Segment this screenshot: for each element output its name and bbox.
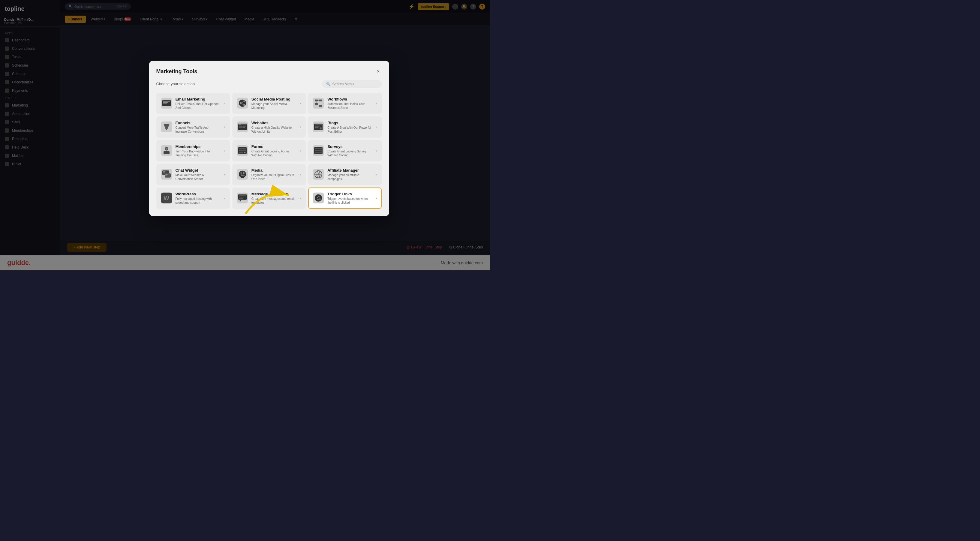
social-media-icon — [237, 98, 248, 109]
tool-message-templates[interactable]: Message Templates Create text messages a… — [232, 187, 306, 208]
funnels-chevron: › — [224, 124, 225, 129]
svg-rect-51 — [163, 172, 165, 173]
blogs-text: Blogs Create A Blog With Our Powerful Po… — [328, 120, 372, 133]
social-media-desc: Manage your Social Media Marketing — [251, 102, 296, 110]
modal-search-input[interactable]: 🔍 Search Menu — [322, 80, 382, 88]
tool-websites[interactable]: Websites Create a High Quality Website W… — [232, 116, 306, 137]
tool-memberships[interactable]: Memberships Turn Your Knowledge Into Tra… — [156, 140, 230, 161]
media-icon — [237, 169, 248, 180]
affiliate-manager-text: Affiliate Manager Manage your all affili… — [328, 168, 372, 181]
chat-widget-desc: Make Your Website A Conversation Starter — [175, 173, 220, 181]
workflows-icon — [313, 98, 324, 109]
funnels-desc: Convert More Traffic And Increase Conver… — [175, 126, 220, 133]
chat-widget-name: Chat Widget — [175, 168, 220, 172]
surveys-name: Surveys — [328, 144, 372, 148]
memberships-icon — [161, 145, 172, 156]
tool-social-media-posting[interactable]: Social Media Posting Manage your Social … — [232, 92, 306, 114]
svg-point-48 — [320, 151, 322, 153]
svg-rect-1 — [163, 101, 170, 102]
svg-rect-3 — [163, 103, 167, 104]
modal-title: Marketing Tools — [156, 68, 197, 75]
tool-affiliate-manager[interactable]: www Affiliate Manager Manage your all af… — [308, 164, 382, 185]
svg-point-57 — [240, 172, 242, 174]
svg-rect-43 — [315, 148, 321, 149]
affiliate-manager-icon: www — [313, 169, 324, 180]
svg-rect-39 — [239, 150, 246, 151]
email-marketing-name: Email Marketing — [175, 97, 220, 101]
trigger-links-chevron: › — [375, 196, 377, 200]
tool-workflows[interactable]: Workflows Automation That Helps Your Bus… — [308, 92, 382, 114]
tool-email-marketing[interactable]: Email Marketing Deliver Emails That Get … — [156, 92, 230, 114]
svg-rect-29 — [315, 126, 320, 127]
websites-text: Websites Create a High Quality Website W… — [251, 120, 296, 133]
choose-selection-label: Choose your selection — [156, 82, 195, 86]
tool-blogs[interactable]: Blogs Create A Blog With Our Powerful Po… — [308, 116, 382, 137]
svg-rect-54 — [165, 174, 168, 175]
funnels-name: Funnels — [175, 120, 220, 125]
svg-rect-69 — [239, 197, 244, 197]
funnels-text: Funnels Convert More Traffic And Increas… — [175, 120, 220, 133]
tool-funnels[interactable]: Funnels Convert More Traffic And Increas… — [156, 116, 230, 137]
svg-rect-40 — [239, 152, 243, 153]
workflows-text: Workflows Automation That Helps Your Bus… — [328, 97, 372, 110]
wordpress-name: WordPress — [175, 191, 220, 196]
svg-rect-50 — [163, 171, 165, 172]
trigger-links-text: Trigger Links Trigger events based on wh… — [328, 191, 372, 204]
tool-chat-widget[interactable]: Chat Widget Make Your Website A Conversa… — [156, 164, 230, 185]
chat-widget-text: Chat Widget Make Your Website A Conversa… — [175, 168, 220, 181]
marketing-tools-modal: Marketing Tools × Choose your selection … — [149, 60, 389, 216]
memberships-desc: Turn Your Knowledge Into Training Course… — [175, 149, 220, 157]
svg-text:www: www — [315, 173, 321, 176]
forms-chevron: › — [299, 148, 301, 153]
websites-name: Websites — [251, 120, 296, 125]
affiliate-manager-desc: Manage your all affiliate compaigns — [328, 173, 372, 181]
svg-rect-30 — [315, 127, 318, 128]
media-chevron: › — [299, 172, 301, 177]
svg-rect-68 — [239, 195, 246, 196]
modal-close-button[interactable]: × — [375, 68, 382, 75]
blogs-name: Blogs — [328, 120, 372, 125]
surveys-icon — [313, 145, 324, 156]
surveys-chevron: › — [375, 148, 377, 153]
svg-point-36 — [165, 148, 167, 150]
svg-rect-53 — [165, 173, 171, 178]
affiliate-manager-chevron: › — [375, 172, 377, 177]
blogs-desc: Create A Blog With Our Powerful Post Edi… — [328, 126, 372, 133]
wordpress-desc: Fully managed hosting with speed and sup… — [175, 197, 220, 204]
forms-text: Forms Create Great Looking Forms With No… — [251, 144, 296, 157]
search-icon: 🔍 — [326, 82, 331, 86]
social-media-name: Social Media Posting — [251, 97, 296, 101]
message-templates-icon — [237, 193, 248, 204]
media-name: Media — [251, 168, 296, 172]
tool-wordpress[interactable]: W WordPress Fully managed hosting with s… — [156, 187, 230, 208]
websites-desc: Create a High Quality Website Without Li… — [251, 126, 296, 133]
workflows-desc: Automation That Helps Your Business Scal… — [328, 102, 372, 110]
tool-surveys[interactable]: Surveys Create Great Looking Survey With… — [308, 140, 382, 161]
tools-grid: Email Marketing Deliver Emails That Get … — [156, 92, 382, 208]
svg-marker-71 — [239, 200, 241, 202]
email-marketing-desc: Deliver Emails That Get Opened And Click… — [175, 102, 220, 110]
social-media-text: Social Media Posting Manage your Social … — [251, 97, 296, 110]
trigger-links-icon — [313, 193, 324, 204]
svg-rect-2 — [163, 102, 168, 103]
svg-point-6 — [243, 100, 245, 102]
svg-rect-38 — [239, 148, 246, 150]
svg-rect-19 — [166, 129, 167, 130]
websites-icon — [237, 121, 248, 132]
tool-trigger-links[interactable]: Trigger Links Trigger events based on wh… — [308, 187, 382, 208]
svg-point-56 — [239, 171, 246, 178]
svg-point-5 — [240, 102, 242, 104]
funnels-icon — [161, 121, 172, 132]
modal-subheader: Choose your selection 🔍 Search Menu — [156, 80, 382, 88]
wordpress-chevron: › — [224, 196, 225, 200]
svg-rect-13 — [319, 105, 322, 107]
svg-rect-55 — [165, 175, 167, 176]
svg-rect-25 — [242, 126, 246, 127]
svg-point-44 — [320, 148, 322, 150]
media-desc: Organize All Your Digital Files In One P… — [251, 173, 296, 181]
tool-media[interactable]: Media Organize All Your Digital Files In… — [232, 164, 306, 185]
svg-rect-35 — [164, 151, 170, 154]
wordpress-text: WordPress Fully managed hosting with spe… — [175, 191, 220, 204]
affiliate-manager-name: Affiliate Manager — [328, 168, 372, 172]
tool-forms[interactable]: Forms Create Great Looking Forms With No… — [232, 140, 306, 161]
